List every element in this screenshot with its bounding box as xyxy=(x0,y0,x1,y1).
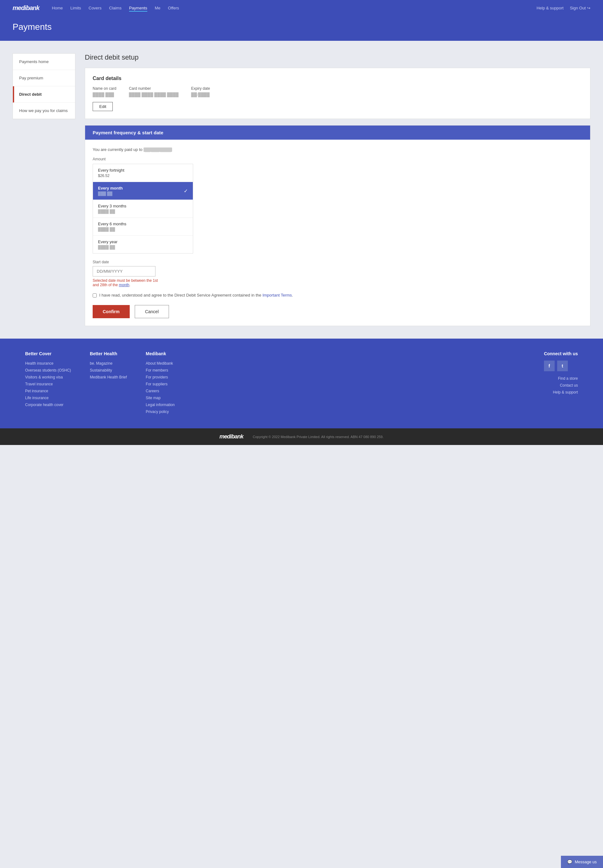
footer-logo: medibank xyxy=(220,433,243,440)
facebook-icon[interactable]: f xyxy=(544,361,555,371)
list-item[interactable]: Legal information xyxy=(146,402,175,407)
list-item[interactable]: For providers xyxy=(146,375,175,379)
nav-item-home[interactable]: Home xyxy=(52,5,63,10)
list-item[interactable]: be. Magazine xyxy=(90,361,127,365)
freq-amount-6months: ████ ██ xyxy=(98,227,188,231)
list-item[interactable]: Visitors & working visa xyxy=(25,375,71,379)
signout-icon: ↪ xyxy=(587,6,591,10)
nav-right: Help & support Sign Out ↪ xyxy=(537,6,591,10)
important-terms-link[interactable]: Important Terms xyxy=(263,293,292,298)
list-item[interactable]: About Medibank xyxy=(146,361,175,365)
list-item[interactable]: Travel insurance xyxy=(25,381,71,386)
name-on-card-value: ████ ███ xyxy=(93,92,114,97)
nav-item-offers[interactable]: Offers xyxy=(168,5,179,10)
cancel-button[interactable]: Cancel xyxy=(135,305,169,318)
nav-links: Home Limits Covers Claims Payments Me Of… xyxy=(52,5,537,10)
content-panel: Direct debit setup Card details Name on … xyxy=(85,53,591,326)
expiry-date-value: ██/████ xyxy=(191,92,210,97)
name-on-card-field: Name on card ████ ███ xyxy=(93,86,116,97)
start-date-input[interactable] xyxy=(93,266,155,276)
page-title: Payments xyxy=(12,22,591,32)
paid-up-text: You are currently paid up to ██ ███ ████ xyxy=(93,147,583,152)
nav-item-claims[interactable]: Claims xyxy=(109,5,122,10)
better-health-links: be. Magazine Sustainability Medibank Hea… xyxy=(90,361,127,379)
freq-option-month[interactable]: Every month ███ ██ ✓ xyxy=(93,182,193,200)
card-number-field: Card number ████ ████ ████ ████ xyxy=(129,86,178,97)
footer-col-medibank: Medibank About Medibank For members For … xyxy=(146,351,175,416)
payment-frequency-box: Payment frequency & start date You are c… xyxy=(85,125,591,326)
medibank-links: About Medibank For members For providers… xyxy=(146,361,175,414)
date-hint-must: must xyxy=(117,278,125,283)
list-item[interactable]: Find a store xyxy=(544,376,578,381)
better-cover-links: Health insurance Overseas students (OSHC… xyxy=(25,361,71,407)
expiry-date-field: Expiry date ██/████ xyxy=(191,86,210,97)
card-details-title: Card details xyxy=(93,76,583,81)
sidebar: Payments home Pay premium Direct debit H… xyxy=(12,53,76,119)
confirm-button[interactable]: Confirm xyxy=(93,305,130,318)
card-fields: Name on card ████ ███ Card number ████ █… xyxy=(93,86,583,97)
list-item[interactable]: Help & support xyxy=(544,389,578,395)
top-navigation: medibank Home Limits Covers Claims Payme… xyxy=(0,0,603,16)
date-hint-text1: Selected date xyxy=(93,278,117,283)
action-buttons: Confirm Cancel xyxy=(93,305,583,318)
sign-out-link[interactable]: Sign Out ↪ xyxy=(570,6,591,10)
twitter-icon[interactable]: t xyxy=(557,361,568,371)
page-header: Payments xyxy=(0,16,603,41)
freq-amount-fortnight: $26.52 xyxy=(98,174,188,178)
nav-item-limits[interactable]: Limits xyxy=(70,5,81,10)
sidebar-item-how-we-pay[interactable]: How we pay you for claims xyxy=(13,103,75,119)
list-item[interactable]: Overseas students (OSHC) xyxy=(25,367,71,373)
list-item[interactable]: Pet insurance xyxy=(25,388,71,393)
month-link[interactable]: month xyxy=(119,283,129,287)
agreement-checkbox[interactable] xyxy=(93,293,97,298)
list-item[interactable]: Medibank Health Brief xyxy=(90,375,127,379)
connect-links: Find a store Contact us Help & support xyxy=(544,376,578,395)
list-item[interactable]: For members xyxy=(146,367,175,373)
footer-col-connect: Connect with us f t Find a store Contact… xyxy=(544,351,578,416)
footer-copyright: Copyright © 2022 Medibank Private Limite… xyxy=(253,435,384,439)
sidebar-item-direct-debit[interactable]: Direct debit xyxy=(13,86,75,103)
start-date-label: Start date xyxy=(93,260,583,264)
agreement-section: I have read, understood and agree to the… xyxy=(93,293,583,298)
footer-columns: Better Cover Health insurance Overseas s… xyxy=(25,351,578,416)
list-item[interactable]: Site map xyxy=(146,395,175,400)
freq-option-month-inner: Every month ███ ██ ✓ xyxy=(98,186,188,196)
freq-option-fortnight[interactable]: Every fortnight $26.52 xyxy=(93,164,193,182)
start-date-section: Start date Selected date must be between… xyxy=(93,260,583,287)
list-item[interactable]: For suppliers xyxy=(146,381,175,386)
help-support-link[interactable]: Help & support xyxy=(537,6,563,10)
agreement-text: I have read, understood and agree to the… xyxy=(99,293,293,298)
nav-item-covers[interactable]: Covers xyxy=(88,5,101,10)
edit-card-button[interactable]: Edit xyxy=(93,102,113,111)
freq-amount-year: ████ ██ xyxy=(98,245,188,250)
list-item[interactable]: Corporate health cover xyxy=(25,402,71,407)
sidebar-item-payments-home[interactable]: Payments home xyxy=(13,54,75,70)
social-icons: f t xyxy=(544,361,578,371)
list-item[interactable]: Sustainability xyxy=(90,367,127,373)
footer-col-better-health: Better Health be. Magazine Sustainabilit… xyxy=(90,351,127,416)
nav-item-me[interactable]: Me xyxy=(155,5,161,10)
selected-checkmark: ✓ xyxy=(184,188,188,194)
freq-amount-3months: ████ ██ xyxy=(98,209,188,214)
freq-option-3months[interactable]: Every 3 months ████ ██ xyxy=(93,200,193,218)
sidebar-item-pay-premium[interactable]: Pay premium xyxy=(13,70,75,86)
list-item[interactable]: Life insurance xyxy=(25,395,71,400)
frequency-options: Every fortnight $26.52 Every month ███ █… xyxy=(93,164,193,254)
list-item[interactable]: Privacy policy xyxy=(146,409,175,414)
freq-option-year[interactable]: Every year ████ ██ xyxy=(93,236,193,253)
main-content: Payments home Pay premium Direct debit H… xyxy=(0,41,603,339)
freq-amount-month: ███ ██ xyxy=(98,191,123,196)
list-item[interactable]: Careers xyxy=(146,388,175,393)
card-details-box: Card details Name on card ████ ███ Card … xyxy=(85,68,591,119)
section-title: Direct debit setup xyxy=(85,53,591,62)
card-number-value: ████ ████ ████ ████ xyxy=(129,92,178,97)
footer-bottom: medibank Copyright © 2022 Medibank Priva… xyxy=(0,429,603,445)
list-item[interactable]: Health insurance xyxy=(25,361,71,365)
footer-col-better-cover: Better Cover Health insurance Overseas s… xyxy=(25,351,71,416)
nav-item-payments[interactable]: Payments xyxy=(129,5,147,10)
list-item[interactable]: Contact us xyxy=(544,382,578,387)
nav-logo[interactable]: medibank xyxy=(12,5,39,12)
footer-main: Better Cover Health insurance Overseas s… xyxy=(0,339,603,429)
amount-label: Amount xyxy=(93,157,583,161)
freq-option-6months[interactable]: Every 6 months ████ ██ xyxy=(93,218,193,236)
